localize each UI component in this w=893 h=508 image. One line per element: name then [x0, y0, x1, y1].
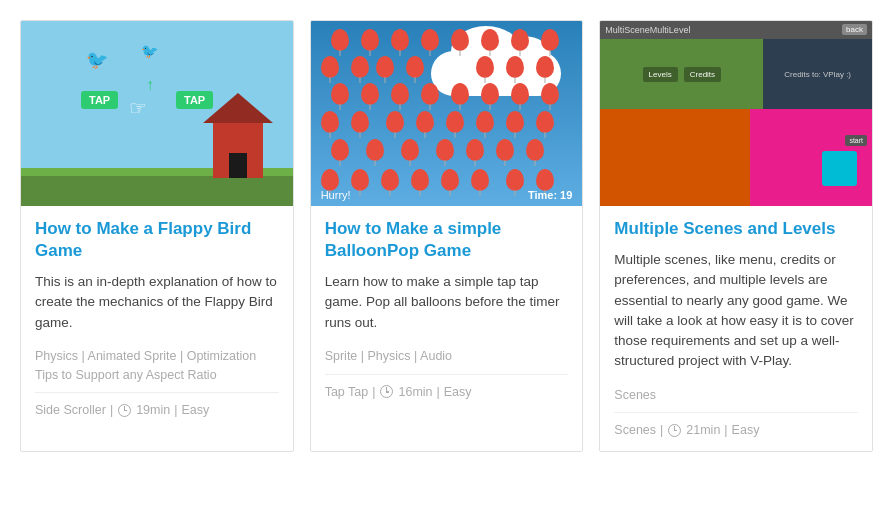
card-desc-multi: Multiple scenes, like menu, credits or p…: [614, 250, 858, 372]
balloon: [536, 56, 554, 78]
balloon: [416, 111, 434, 133]
ms-back-button: back: [842, 24, 867, 35]
ms-right-area: Credits to: VPlay :): [763, 39, 872, 109]
card-body-flappy: How to Make a Flappy Bird Game This is a…: [21, 206, 293, 431]
ms-green-area: Levels Credits: [600, 39, 763, 109]
balloon: [446, 111, 464, 133]
thumbnail-multi-scene: MultiSceneMultiLevel back Levels Credits…: [600, 21, 872, 206]
balloon: [351, 111, 369, 133]
balloon: [406, 56, 424, 78]
clock-icon-multi: [668, 424, 681, 437]
card-tags-flappy: Physics | Animated Sprite | Optimization…: [35, 347, 279, 385]
card-body-balloon: How to Make a simple BalloonPop Game Lea…: [311, 206, 583, 413]
card-balloon-pop: Hurry! Time: 19 How to Make a simple Bal…: [310, 20, 584, 452]
balloon: [476, 111, 494, 133]
separator4: |: [437, 385, 440, 399]
balloon: [351, 169, 369, 191]
balloon: [321, 56, 339, 78]
balloon: [511, 29, 529, 51]
balloon: [361, 83, 379, 105]
timer-text: Time: 19: [528, 189, 572, 201]
balloon: [506, 111, 524, 133]
balloon: [351, 56, 369, 78]
card-desc-flappy: This is an in-depth explanation of how t…: [35, 272, 279, 333]
balloon: [366, 139, 384, 161]
card-tags-multi: Scenes: [614, 386, 858, 405]
balloon: [331, 139, 349, 161]
thumbnail-balloon-pop: Hurry! Time: 19: [311, 21, 583, 206]
tap-left-label: TAP: [81, 91, 118, 109]
balloon: [376, 56, 394, 78]
card-difficulty-multi: Easy: [732, 423, 760, 437]
bird-yellow: 🐦: [86, 49, 108, 71]
thumbnail-flappy-bird: 🐦 🐦 ↑ TAP TAP ☞: [21, 21, 293, 206]
barn: [203, 98, 273, 178]
ms-pink-area: 18 start: [750, 109, 872, 206]
ms-level-grid-area: [600, 109, 749, 206]
balloon: [536, 169, 554, 191]
balloon: [466, 139, 484, 161]
balloon: [321, 111, 339, 133]
clock-icon-balloon: [380, 385, 393, 398]
barn-body: [213, 123, 263, 178]
balloon: [391, 83, 409, 105]
card-difficulty-balloon: Easy: [444, 385, 472, 399]
balloon: [331, 29, 349, 51]
separator1: |: [110, 403, 113, 417]
card-category-multi: Scenes: [614, 423, 656, 437]
balloon: [321, 169, 339, 191]
barn-door: [229, 153, 247, 178]
balloon: [481, 83, 499, 105]
card-flappy-bird: 🐦 🐦 ↑ TAP TAP ☞ How to Make a Flappy Bir…: [20, 20, 294, 452]
card-tags-balloon: Sprite | Physics | Audio: [325, 347, 569, 366]
balloon: [411, 169, 429, 191]
balloon: [541, 83, 559, 105]
balloon: [526, 139, 544, 161]
balloon: [481, 29, 499, 51]
balloon: [541, 29, 559, 51]
ground: [21, 176, 293, 206]
card-meta-balloon: Tap Tap | 16min | Easy: [325, 374, 569, 399]
balloon: [476, 56, 494, 78]
card-difficulty-flappy: Easy: [181, 403, 209, 417]
card-category-flappy: Side Scroller: [35, 403, 106, 417]
ms-levels-btn: Levels: [643, 67, 678, 82]
card-category-balloon: Tap Tap: [325, 385, 369, 399]
balloon: [441, 169, 459, 191]
balloon: [401, 139, 419, 161]
balloon: [451, 29, 469, 51]
ms-credits-text: Credits to: VPlay :): [784, 70, 851, 79]
bird-grey: 🐦: [141, 43, 158, 59]
card-duration-multi: 21min: [686, 423, 720, 437]
balloon: [386, 111, 404, 133]
separator6: |: [724, 423, 727, 437]
balloon: [361, 29, 379, 51]
balloon: [506, 169, 524, 191]
balloon: [436, 139, 454, 161]
ms-credits-btn: Credits: [684, 67, 721, 82]
balloon: [451, 83, 469, 105]
card-meta-multi: Scenes | 21min | Easy: [614, 412, 858, 437]
balloon: [421, 83, 439, 105]
separator2: |: [174, 403, 177, 417]
balloon: [496, 139, 514, 161]
card-multi-scene: MultiSceneMultiLevel back Levels Credits…: [599, 20, 873, 452]
balloon: [421, 29, 439, 51]
clock-icon-flappy: [118, 404, 131, 417]
barn-roof: [203, 93, 273, 123]
balloon: [331, 83, 349, 105]
ms-cyan-block: [822, 151, 857, 186]
separator3: |: [372, 385, 375, 399]
card-duration-flappy: 19min: [136, 403, 170, 417]
ms-start-btn: start: [845, 135, 867, 146]
card-title-flappy[interactable]: How to Make a Flappy Bird Game: [35, 218, 279, 262]
ms-title: MultiSceneMultiLevel: [605, 25, 690, 35]
balloon: [506, 56, 524, 78]
card-title-balloon[interactable]: How to Make a simple BalloonPop Game: [325, 218, 569, 262]
ms-score: 18: [842, 204, 862, 206]
balloon: [511, 83, 529, 105]
card-title-multi[interactable]: Multiple Scenes and Levels: [614, 218, 858, 240]
balloon: [536, 111, 554, 133]
cards-container: 🐦 🐦 ↑ TAP TAP ☞ How to Make a Flappy Bir…: [10, 10, 883, 462]
card-body-multi: Multiple Scenes and Levels Multiple scen…: [600, 206, 872, 451]
